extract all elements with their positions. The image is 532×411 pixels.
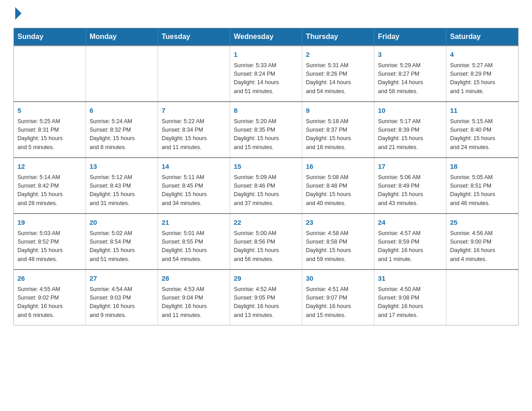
day-number: 18 bbox=[450, 162, 515, 172]
day-info: Sunrise: 5:27 AM Sunset: 8:29 PM Dayligh… bbox=[450, 61, 515, 96]
calendar-cell: 14Sunrise: 5:11 AM Sunset: 8:45 PM Dayli… bbox=[158, 158, 230, 214]
calendar-cell: 18Sunrise: 5:05 AM Sunset: 8:51 PM Dayli… bbox=[446, 158, 519, 214]
day-info: Sunrise: 5:18 AM Sunset: 8:37 PM Dayligh… bbox=[306, 117, 370, 152]
calendar-cell: 16Sunrise: 5:08 AM Sunset: 8:48 PM Dayli… bbox=[302, 158, 374, 214]
day-info: Sunrise: 5:03 AM Sunset: 8:52 PM Dayligh… bbox=[17, 229, 82, 264]
calendar-cell: 1Sunrise: 5:33 AM Sunset: 8:24 PM Daylig… bbox=[230, 46, 302, 102]
calendar-cell: 11Sunrise: 5:15 AM Sunset: 8:40 PM Dayli… bbox=[446, 102, 519, 158]
day-info: Sunrise: 5:02 AM Sunset: 8:54 PM Dayligh… bbox=[90, 229, 154, 264]
day-info: Sunrise: 5:25 AM Sunset: 8:31 PM Dayligh… bbox=[17, 117, 82, 152]
calendar-cell bbox=[158, 46, 230, 102]
day-number: 7 bbox=[162, 106, 226, 116]
day-info: Sunrise: 5:00 AM Sunset: 8:56 PM Dayligh… bbox=[234, 229, 298, 264]
calendar-week-row: 1Sunrise: 5:33 AM Sunset: 8:24 PM Daylig… bbox=[14, 46, 519, 102]
calendar-header-wednesday: Wednesday bbox=[230, 28, 302, 46]
calendar-cell: 17Sunrise: 5:06 AM Sunset: 8:49 PM Dayli… bbox=[374, 158, 446, 214]
day-info: Sunrise: 5:22 AM Sunset: 8:34 PM Dayligh… bbox=[162, 117, 226, 152]
day-info: Sunrise: 5:33 AM Sunset: 8:24 PM Dayligh… bbox=[234, 61, 298, 96]
calendar-cell: 5Sunrise: 5:25 AM Sunset: 8:31 PM Daylig… bbox=[14, 102, 86, 158]
calendar-header-row: SundayMondayTuesdayWednesdayThursdayFrid… bbox=[14, 28, 519, 46]
day-number: 31 bbox=[378, 274, 442, 284]
day-info: Sunrise: 5:24 AM Sunset: 8:32 PM Dayligh… bbox=[90, 117, 154, 152]
day-number: 10 bbox=[378, 106, 442, 116]
page-header bbox=[13, 9, 519, 20]
calendar-header-tuesday: Tuesday bbox=[158, 28, 230, 46]
calendar-cell bbox=[446, 270, 519, 325]
calendar-cell: 25Sunrise: 4:56 AM Sunset: 9:00 PM Dayli… bbox=[446, 214, 519, 270]
calendar-cell: 22Sunrise: 5:00 AM Sunset: 8:56 PM Dayli… bbox=[230, 214, 302, 270]
calendar-cell: 20Sunrise: 5:02 AM Sunset: 8:54 PM Dayli… bbox=[86, 214, 158, 270]
calendar-header-friday: Friday bbox=[374, 28, 446, 46]
day-number: 16 bbox=[306, 162, 370, 172]
day-info: Sunrise: 5:31 AM Sunset: 8:26 PM Dayligh… bbox=[306, 61, 370, 96]
day-info: Sunrise: 5:11 AM Sunset: 8:45 PM Dayligh… bbox=[162, 173, 226, 208]
calendar-cell: 19Sunrise: 5:03 AM Sunset: 8:52 PM Dayli… bbox=[14, 214, 86, 270]
calendar-cell: 15Sunrise: 5:09 AM Sunset: 8:46 PM Dayli… bbox=[230, 158, 302, 214]
day-number: 20 bbox=[90, 218, 154, 228]
day-number: 3 bbox=[378, 50, 442, 60]
day-info: Sunrise: 5:20 AM Sunset: 8:35 PM Dayligh… bbox=[234, 117, 298, 152]
calendar-week-row: 5Sunrise: 5:25 AM Sunset: 8:31 PM Daylig… bbox=[14, 102, 519, 158]
calendar-cell bbox=[86, 46, 158, 102]
day-info: Sunrise: 5:09 AM Sunset: 8:46 PM Dayligh… bbox=[234, 173, 298, 208]
calendar-cell: 26Sunrise: 4:55 AM Sunset: 9:02 PM Dayli… bbox=[14, 270, 86, 325]
calendar-cell: 24Sunrise: 4:57 AM Sunset: 8:59 PM Dayli… bbox=[374, 214, 446, 270]
calendar-cell: 6Sunrise: 5:24 AM Sunset: 8:32 PM Daylig… bbox=[86, 102, 158, 158]
day-info: Sunrise: 4:52 AM Sunset: 9:05 PM Dayligh… bbox=[234, 285, 298, 320]
calendar-header-thursday: Thursday bbox=[302, 28, 374, 46]
day-number: 11 bbox=[450, 106, 515, 116]
calendar-cell: 13Sunrise: 5:12 AM Sunset: 8:43 PM Dayli… bbox=[86, 158, 158, 214]
calendar-cell: 3Sunrise: 5:29 AM Sunset: 8:27 PM Daylig… bbox=[374, 46, 446, 102]
day-number: 28 bbox=[162, 274, 226, 284]
day-number: 1 bbox=[234, 50, 298, 60]
day-number: 13 bbox=[90, 162, 154, 172]
calendar-cell: 9Sunrise: 5:18 AM Sunset: 8:37 PM Daylig… bbox=[302, 102, 374, 158]
calendar-cell: 7Sunrise: 5:22 AM Sunset: 8:34 PM Daylig… bbox=[158, 102, 230, 158]
calendar-cell: 27Sunrise: 4:54 AM Sunset: 9:03 PM Dayli… bbox=[86, 270, 158, 325]
day-info: Sunrise: 4:50 AM Sunset: 9:08 PM Dayligh… bbox=[378, 285, 442, 320]
day-number: 2 bbox=[306, 50, 370, 60]
calendar-cell bbox=[14, 46, 86, 102]
day-number: 26 bbox=[17, 274, 82, 284]
day-number: 4 bbox=[450, 50, 515, 60]
day-number: 21 bbox=[162, 218, 226, 228]
day-info: Sunrise: 5:15 AM Sunset: 8:40 PM Dayligh… bbox=[450, 117, 515, 152]
day-number: 19 bbox=[17, 218, 82, 228]
calendar-header-sunday: Sunday bbox=[14, 28, 86, 46]
day-info: Sunrise: 4:56 AM Sunset: 9:00 PM Dayligh… bbox=[450, 229, 515, 264]
day-number: 6 bbox=[90, 106, 154, 116]
day-info: Sunrise: 5:14 AM Sunset: 8:42 PM Dayligh… bbox=[17, 173, 82, 208]
calendar-cell: 4Sunrise: 5:27 AM Sunset: 8:29 PM Daylig… bbox=[446, 46, 519, 102]
day-number: 5 bbox=[17, 106, 82, 116]
calendar-cell: 31Sunrise: 4:50 AM Sunset: 9:08 PM Dayli… bbox=[374, 270, 446, 325]
calendar-cell: 21Sunrise: 5:01 AM Sunset: 8:55 PM Dayli… bbox=[158, 214, 230, 270]
day-info: Sunrise: 5:12 AM Sunset: 8:43 PM Dayligh… bbox=[90, 173, 154, 208]
day-info: Sunrise: 4:51 AM Sunset: 9:07 PM Dayligh… bbox=[306, 285, 370, 320]
calendar-cell: 12Sunrise: 5:14 AM Sunset: 8:42 PM Dayli… bbox=[14, 158, 86, 214]
day-info: Sunrise: 4:57 AM Sunset: 8:59 PM Dayligh… bbox=[378, 229, 442, 264]
calendar-week-row: 26Sunrise: 4:55 AM Sunset: 9:02 PM Dayli… bbox=[14, 270, 519, 325]
calendar-cell: 30Sunrise: 4:51 AM Sunset: 9:07 PM Dayli… bbox=[302, 270, 374, 325]
day-info: Sunrise: 5:08 AM Sunset: 8:48 PM Dayligh… bbox=[306, 173, 370, 208]
day-number: 24 bbox=[378, 218, 442, 228]
calendar-cell: 23Sunrise: 4:58 AM Sunset: 8:58 PM Dayli… bbox=[302, 214, 374, 270]
logo bbox=[13, 9, 21, 20]
day-number: 17 bbox=[378, 162, 442, 172]
calendar-week-row: 19Sunrise: 5:03 AM Sunset: 8:52 PM Dayli… bbox=[14, 214, 519, 270]
day-number: 12 bbox=[17, 162, 82, 172]
calendar-table: SundayMondayTuesdayWednesdayThursdayFrid… bbox=[13, 28, 519, 325]
day-number: 23 bbox=[306, 218, 370, 228]
calendar-cell: 8Sunrise: 5:20 AM Sunset: 8:35 PM Daylig… bbox=[230, 102, 302, 158]
calendar-cell: 10Sunrise: 5:17 AM Sunset: 8:39 PM Dayli… bbox=[374, 102, 446, 158]
day-info: Sunrise: 4:58 AM Sunset: 8:58 PM Dayligh… bbox=[306, 229, 370, 264]
day-info: Sunrise: 5:01 AM Sunset: 8:55 PM Dayligh… bbox=[162, 229, 226, 264]
day-info: Sunrise: 4:54 AM Sunset: 9:03 PM Dayligh… bbox=[90, 285, 154, 320]
day-info: Sunrise: 4:53 AM Sunset: 9:04 PM Dayligh… bbox=[162, 285, 226, 320]
calendar-cell: 2Sunrise: 5:31 AM Sunset: 8:26 PM Daylig… bbox=[302, 46, 374, 102]
calendar-header-saturday: Saturday bbox=[446, 28, 519, 46]
day-number: 29 bbox=[234, 274, 298, 284]
day-number: 30 bbox=[306, 274, 370, 284]
calendar-header-monday: Monday bbox=[86, 28, 158, 46]
day-number: 14 bbox=[162, 162, 226, 172]
day-number: 15 bbox=[234, 162, 298, 172]
